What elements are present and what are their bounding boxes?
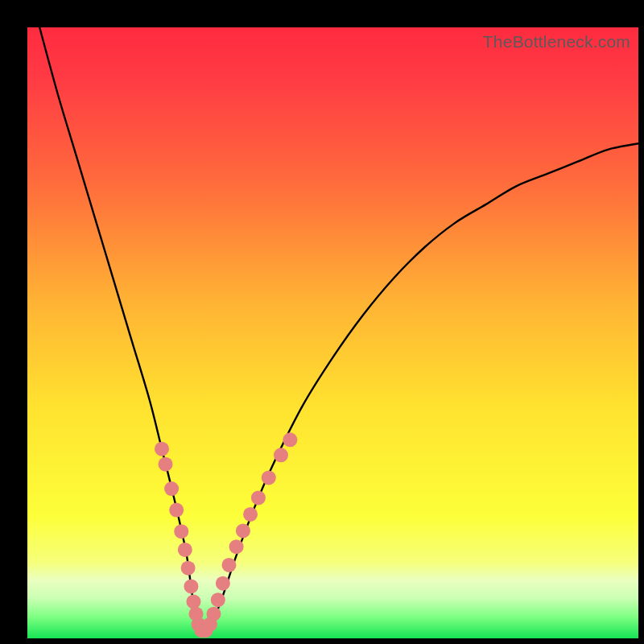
data-point [169,503,184,518]
data-point [184,579,198,593]
data-point [159,457,173,472]
data-point-markers [155,432,297,638]
chart-frame: TheBottleneck.com [0,0,644,644]
data-point [262,470,276,485]
data-point [216,576,230,591]
data-point [283,432,297,447]
data-point [186,594,200,609]
bottleneck-curve [39,27,638,632]
data-point [181,561,196,576]
data-point [155,442,169,456]
data-point [211,592,225,607]
plot-area: TheBottleneck.com [27,27,638,638]
data-point [229,539,244,554]
data-point [174,524,188,539]
data-point [206,607,221,621]
chart-svg [27,27,638,638]
data-point [274,448,288,462]
data-point [221,558,236,572]
data-point [243,507,258,522]
data-point [251,490,266,505]
data-point [164,481,179,496]
data-point [178,543,192,557]
data-point [236,523,250,538]
